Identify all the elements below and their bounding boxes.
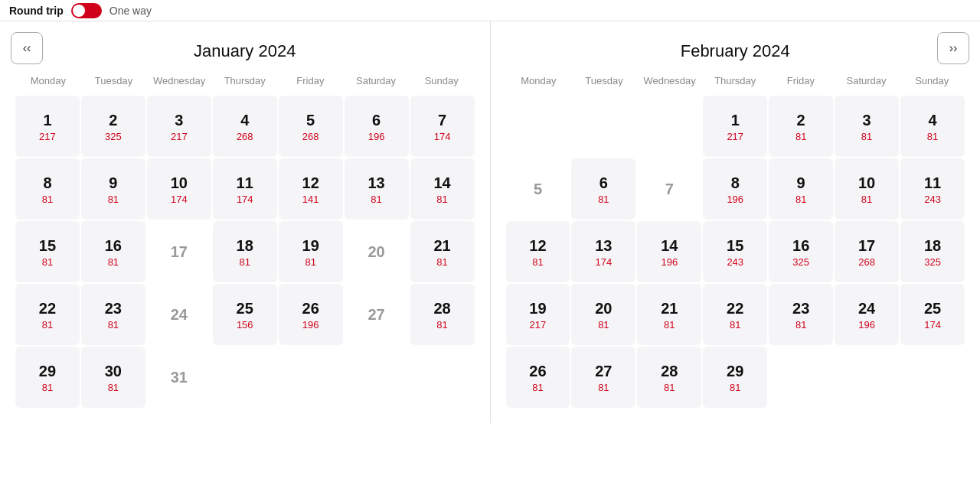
day-cell[interactable]: 17 [147, 221, 211, 282]
day-cell[interactable]: 24196 [835, 284, 899, 345]
day-cell[interactable]: 20 [345, 221, 409, 282]
day-cell[interactable]: 2681 [506, 347, 570, 408]
day-cell [571, 96, 635, 157]
day-cell[interactable]: 2881 [410, 284, 475, 345]
day-number: 26 [302, 299, 319, 318]
day-price: 81 [861, 194, 872, 205]
day-cell[interactable]: 17268 [835, 221, 899, 282]
day-cell[interactable]: 12141 [279, 158, 343, 220]
day-price: 217 [530, 319, 547, 331]
day-price: 325 [924, 256, 941, 268]
day-cell[interactable]: 2381 [81, 284, 145, 345]
day-cell[interactable]: 16325 [769, 221, 833, 282]
day-cell[interactable]: 14196 [637, 221, 701, 282]
day-cell[interactable]: 981 [769, 158, 833, 220]
day-cell[interactable]: 15243 [703, 221, 767, 282]
day-cell[interactable]: 1881 [213, 221, 277, 282]
day-cell[interactable]: 2281 [15, 284, 80, 345]
day-price: 81 [42, 382, 53, 393]
day-cell[interactable]: 7174 [410, 96, 475, 157]
day-cell[interactable]: 11174 [213, 158, 277, 220]
trip-type-toggle[interactable] [71, 3, 102, 18]
day-cell[interactable]: 25174 [900, 284, 965, 345]
day-cell [506, 96, 570, 157]
day-cell[interactable]: 1281 [506, 221, 570, 282]
day-cell[interactable]: 3217 [147, 96, 211, 157]
february-title: February 2024 [506, 29, 965, 72]
day-cell[interactable]: 2381 [769, 284, 833, 345]
prev-month-button[interactable]: ‹‹ [11, 32, 43, 64]
day-cell[interactable]: 19217 [506, 284, 570, 345]
day-cell [637, 96, 701, 157]
day-cell[interactable]: 2325 [81, 96, 145, 157]
day-cell[interactable]: 2981 [15, 347, 80, 408]
day-number: 10 [171, 174, 188, 192]
day-price: 81 [532, 382, 543, 393]
day-cell[interactable]: 2181 [637, 284, 701, 345]
day-price: 81 [42, 194, 53, 205]
toggle-knob [73, 5, 85, 17]
day-cell[interactable]: 1581 [15, 221, 80, 282]
day-number: 4 [928, 111, 936, 129]
day-cell[interactable]: 1081 [835, 158, 899, 220]
day-cell[interactable]: 3081 [81, 347, 145, 408]
day-number: 17 [858, 236, 875, 255]
day-cell[interactable]: 2781 [571, 347, 635, 408]
day-price: 174 [171, 194, 188, 205]
day-cell[interactable]: 1681 [81, 221, 145, 282]
day-cell[interactable]: 27 [345, 284, 409, 345]
day-cell[interactable]: 981 [81, 158, 145, 220]
day-number: 31 [171, 368, 188, 386]
day-cell[interactable]: 18325 [900, 221, 965, 282]
day-cell[interactable]: 681 [571, 158, 635, 220]
day-cell[interactable]: 7 [637, 158, 701, 220]
day-cell[interactable]: 881 [15, 158, 80, 220]
day-number: 7 [665, 180, 674, 198]
day-cell[interactable]: 2181 [410, 221, 475, 282]
next-month-button[interactable]: ›› [937, 32, 969, 64]
day-cell[interactable]: 1381 [345, 158, 409, 220]
day-cell[interactable]: 4268 [213, 96, 277, 157]
day-cell[interactable]: 6196 [345, 96, 409, 157]
day-cell[interactable]: 2981 [703, 347, 767, 408]
day-cell[interactable]: 26196 [279, 284, 343, 345]
day-header: Saturday [834, 72, 900, 93]
day-cell[interactable]: 10174 [147, 158, 211, 220]
day-cell [345, 347, 409, 408]
day-price: 268 [302, 131, 319, 142]
day-number: 22 [39, 299, 56, 318]
day-cell[interactable]: 2881 [637, 347, 701, 408]
day-price: 196 [727, 194, 743, 205]
day-cell[interactable]: 1217 [703, 96, 767, 157]
day-price: 196 [368, 131, 385, 142]
day-cell[interactable]: 481 [900, 96, 965, 157]
day-price: 81 [664, 382, 675, 393]
day-number: 4 [240, 111, 249, 129]
day-cell[interactable]: 8196 [703, 158, 767, 220]
day-price: 81 [436, 256, 447, 268]
day-number: 27 [595, 362, 612, 380]
day-cell[interactable]: 13174 [571, 221, 635, 282]
day-cell[interactable]: 1481 [410, 158, 475, 220]
day-cell[interactable]: 5268 [279, 96, 343, 157]
day-number: 13 [368, 174, 384, 192]
day-cell[interactable]: 381 [835, 96, 899, 157]
day-header: Tuesday [81, 72, 147, 93]
day-cell[interactable]: 5 [506, 158, 570, 220]
day-cell[interactable]: 25156 [213, 284, 277, 345]
day-cell[interactable]: 24 [147, 284, 211, 345]
day-number: 18 [237, 236, 253, 255]
day-cell[interactable]: 2081 [571, 284, 635, 345]
day-price: 81 [664, 319, 675, 331]
day-cell[interactable]: 31 [147, 347, 211, 408]
day-cell [835, 347, 899, 408]
day-cell[interactable]: 281 [769, 96, 833, 157]
day-number: 29 [727, 362, 743, 380]
day-cell[interactable]: 2281 [703, 284, 767, 345]
day-cell[interactable]: 11243 [900, 158, 965, 220]
day-price: 81 [305, 256, 315, 268]
february-panel: ›› February 2024 MondayTuesdayWednesdayT… [491, 21, 981, 423]
day-cell[interactable]: 1217 [15, 96, 80, 157]
day-cell[interactable]: 1981 [279, 221, 343, 282]
day-number: 11 [924, 174, 941, 192]
